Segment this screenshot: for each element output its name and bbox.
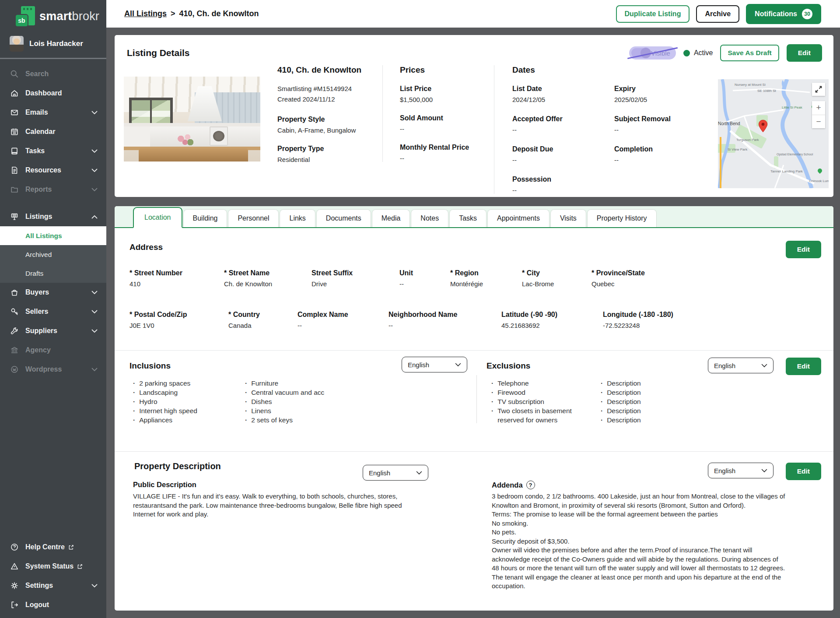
- listing-photo: [124, 77, 260, 162]
- sidebar-item-sellers[interactable]: Sellers: [0, 302, 106, 321]
- list-item-text: TV subscription: [497, 397, 544, 406]
- archive-button[interactable]: Archive: [696, 5, 739, 23]
- location-map[interactable]: Nursery at Mount Si SE 108th St Little S…: [718, 79, 829, 188]
- list-item: Furniture: [245, 379, 376, 388]
- public-description-subtitle: Public Description: [133, 481, 196, 489]
- edit-address-button[interactable]: Edit: [786, 241, 821, 258]
- list-item: Dishes: [245, 397, 376, 406]
- user-profile[interactable]: Lois Hardacker: [0, 29, 106, 59]
- inclusions-exclusions-section: Inclusions 2 parking spaces Landscaping …: [115, 350, 833, 451]
- tab-bar: Location Building Personnel Links Docume…: [115, 206, 833, 228]
- edit-inclusions-exclusions-button[interactable]: Edit: [786, 358, 821, 375]
- sidebar-item-search[interactable]: Search: [0, 64, 106, 84]
- bank-icon: [9, 346, 20, 355]
- notifications-label: Notifications: [755, 10, 797, 18]
- expiry-field: Expiry 2025/02/05: [614, 85, 718, 103]
- addenda-line: No smoking.: [492, 519, 786, 528]
- list-item-text: Hydro: [139, 397, 157, 406]
- sidebar-item-system-status[interactable]: System Status: [0, 557, 106, 576]
- postal-code-field: * Postal Code/Zip J0E 1V0: [130, 311, 228, 329]
- language-value: English: [714, 362, 735, 369]
- list-item-text: 2 sets of keys: [251, 415, 293, 425]
- field-label: * Postal Code/Zip: [130, 311, 224, 319]
- inclusions-language-select[interactable]: English: [402, 357, 467, 372]
- sidebar-item-archived[interactable]: Archived: [0, 245, 106, 264]
- map-zoom-out-button[interactable]: −: [812, 115, 825, 129]
- chevron-down-icon: [455, 363, 461, 367]
- sidebar-item-listings[interactable]: Listings: [0, 207, 106, 226]
- duplicate-listing-button[interactable]: Duplicate Listing: [616, 5, 690, 23]
- brand-name: smartbrokr: [39, 10, 99, 23]
- tab-personnel[interactable]: Personnel: [228, 209, 279, 227]
- brand-logo[interactable]: sb smartbrokr: [0, 0, 106, 29]
- field-value: Ch. de Knowlton: [224, 280, 307, 288]
- sidebar-item-calendar[interactable]: Calendar: [0, 122, 106, 141]
- logo-sb-badge: sb: [16, 15, 28, 26]
- map-fullscreen-button[interactable]: [812, 83, 825, 96]
- sidebar-item-help-centre[interactable]: Help Centre: [0, 537, 106, 557]
- save-as-draft-button[interactable]: Save As Draft: [720, 45, 779, 61]
- chevron-down-icon: [91, 368, 98, 372]
- map-label: Little Si Peak: [782, 105, 802, 109]
- prices-column: Prices List Price $1,500,000 Sold Amount…: [382, 65, 494, 162]
- sidebar-item-label: Tasks: [25, 147, 45, 155]
- field-value: --: [512, 156, 614, 164]
- chevron-down-icon: [761, 469, 767, 473]
- help-tooltip-icon[interactable]: ?: [526, 481, 535, 489]
- field-value: --: [388, 322, 497, 329]
- sidebar-item-emails[interactable]: Emails: [0, 103, 106, 122]
- tab-documents[interactable]: Documents: [316, 209, 371, 227]
- sidebar-item-label: Search: [25, 70, 49, 78]
- field-value: Canada: [228, 322, 293, 329]
- sidebar-item-buyers[interactable]: Buyers: [0, 283, 106, 302]
- tab-property-history[interactable]: Property History: [587, 209, 657, 227]
- list-item: TV subscription: [491, 397, 601, 406]
- sidebar-item-logout[interactable]: Logout: [0, 595, 106, 614]
- notifications-button[interactable]: Notifications 30: [746, 4, 821, 24]
- tab-tasks[interactable]: Tasks: [449, 209, 486, 227]
- chevron-down-icon: [416, 471, 422, 475]
- breadcrumb-all-listings[interactable]: All Listings: [124, 9, 167, 18]
- field-value: --: [399, 280, 446, 288]
- tab-notes[interactable]: Notes: [411, 209, 448, 227]
- list-item-text: Internet high speed: [139, 406, 197, 415]
- sidebar-item-wordpress[interactable]: Wordpress: [0, 360, 106, 379]
- edit-listing-button[interactable]: Edit: [787, 44, 822, 62]
- public-description-language-select[interactable]: English: [363, 465, 428, 481]
- tab-building[interactable]: Building: [183, 209, 228, 227]
- list-item-text: Landscaping: [139, 388, 178, 397]
- field-label: Neighborhood Name: [388, 311, 497, 319]
- tab-location[interactable]: Location: [133, 207, 182, 228]
- avatar: [10, 36, 24, 52]
- dates-title: Dates: [512, 65, 718, 75]
- search-icon: [9, 70, 20, 78]
- sidebar-item-label: System Status: [25, 562, 74, 570]
- sidebar-item-reports[interactable]: Reports: [0, 180, 106, 199]
- map-zoom-in-button[interactable]: +: [812, 101, 825, 115]
- exclusions-language-select[interactable]: English: [708, 358, 774, 373]
- sidebar-item-suppliers[interactable]: Suppliers: [0, 321, 106, 341]
- list-item: Internet high speed: [133, 406, 245, 415]
- sidebar-item-dashboard[interactable]: Dashboard: [0, 84, 106, 103]
- sidebar-item-all-listings[interactable]: All Listings: [0, 226, 106, 245]
- sidebar-item-settings[interactable]: Settings: [0, 576, 106, 595]
- visible-toggle[interactable]: Visible: [629, 46, 676, 60]
- list-item: Appliances: [133, 415, 245, 425]
- edit-description-button[interactable]: Edit: [786, 463, 821, 480]
- tab-media[interactable]: Media: [372, 209, 410, 227]
- sidebar-item-drafts[interactable]: Drafts: [0, 264, 106, 283]
- tab-visits[interactable]: Visits: [550, 209, 586, 227]
- addenda-language-select[interactable]: English: [708, 463, 774, 478]
- sidebar-item-label: Listings: [25, 213, 52, 221]
- sidebar-item-agency[interactable]: Agency: [0, 341, 106, 360]
- addenda-line: Security deposit of $3,500.: [492, 537, 786, 546]
- field-label: Accepted Offer: [512, 115, 614, 123]
- field-value: -72.5223248: [603, 322, 673, 329]
- home-icon: [9, 89, 20, 98]
- map-highway-line: [720, 137, 721, 188]
- sidebar-item-resources[interactable]: Resources: [0, 161, 106, 180]
- sidebar-item-tasks[interactable]: Tasks: [0, 141, 106, 161]
- tab-links[interactable]: Links: [280, 209, 315, 227]
- warning-triangle-icon: [9, 562, 20, 571]
- tab-appointments[interactable]: Appointments: [487, 209, 550, 227]
